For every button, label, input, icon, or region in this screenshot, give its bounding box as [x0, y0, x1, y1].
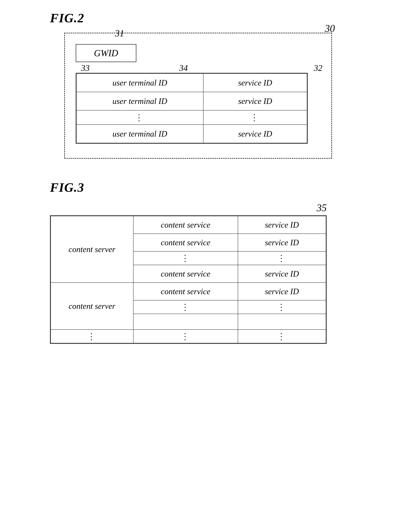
- user-terminal-id-3: user terminal ID: [76, 125, 203, 143]
- service-id-3: service ID: [203, 125, 307, 143]
- table-row: user terminal ID service ID: [76, 125, 307, 143]
- service-id-2: service ID: [203, 92, 307, 110]
- content-service-3: content service: [133, 265, 238, 283]
- ref-33: 33: [81, 63, 90, 73]
- fig3-section: FIG.3 35 content server content service …: [50, 180, 353, 344]
- fig3-dots-b3: ⋮: [133, 330, 238, 343]
- fig3-label: FIG.3: [50, 180, 353, 195]
- fig3-service-id-2: service ID: [238, 234, 326, 251]
- ref-31: 31: [115, 28, 124, 38]
- fig3-dots-b2: ⋮: [133, 300, 238, 314]
- fig3-row-4: content server content service service I…: [51, 283, 326, 300]
- dots-left-1: ⋮: [76, 110, 203, 125]
- table-row: user terminal ID service ID: [76, 74, 307, 92]
- content-server-1: content server: [51, 216, 133, 283]
- fig2-outer-box: 30 31 GWID 33 34 32 user terminal ID ser…: [64, 33, 332, 159]
- fig3-row-1: content server content service service I…: [51, 216, 326, 234]
- fig3-dots-b1: ⋮: [133, 251, 238, 265]
- fig3-dots-a3: ⋮: [51, 330, 133, 343]
- service-id-1: service ID: [203, 74, 307, 92]
- ref-32: 32: [314, 63, 322, 73]
- fig3-dots-c3: ⋮: [238, 330, 326, 343]
- fig3-empty-2: [238, 314, 326, 330]
- fig3-empty-1: [133, 314, 238, 330]
- user-terminal-id-1: user terminal ID: [76, 74, 203, 92]
- fig3-table: content server content service service I…: [50, 215, 327, 344]
- ref-30: 30: [325, 23, 335, 34]
- fig3-row-dots-3: ⋮ ⋮ ⋮: [51, 330, 326, 343]
- content-service-2: content service: [133, 234, 238, 251]
- fig3-dots-c2: ⋮: [238, 300, 326, 314]
- fig3-service-id-1: service ID: [238, 216, 326, 234]
- fig3-service-id-3: service ID: [238, 265, 326, 283]
- user-terminal-id-2: user terminal ID: [76, 92, 203, 110]
- content-server-2: content server: [51, 283, 133, 330]
- dots-right-1: ⋮: [203, 110, 307, 125]
- content-service-4: content service: [133, 283, 238, 300]
- table-row: user terminal ID service ID: [76, 92, 307, 110]
- gwid-box: GWID: [76, 44, 136, 62]
- content-service-1: content service: [133, 216, 238, 234]
- ref-35: 35: [50, 202, 327, 213]
- table-row-dots: ⋮ ⋮: [76, 110, 307, 125]
- fig3-service-id-4: service ID: [238, 283, 326, 300]
- fig2-table: user terminal ID service ID user termina…: [76, 73, 308, 144]
- fig2-section: FIG.2 30 31 GWID 33 34 32 user terminal …: [50, 11, 353, 159]
- ref-34: 34: [179, 63, 188, 73]
- fig3-dots-c1: ⋮: [238, 251, 326, 265]
- fig2-label: FIG.2: [50, 11, 353, 26]
